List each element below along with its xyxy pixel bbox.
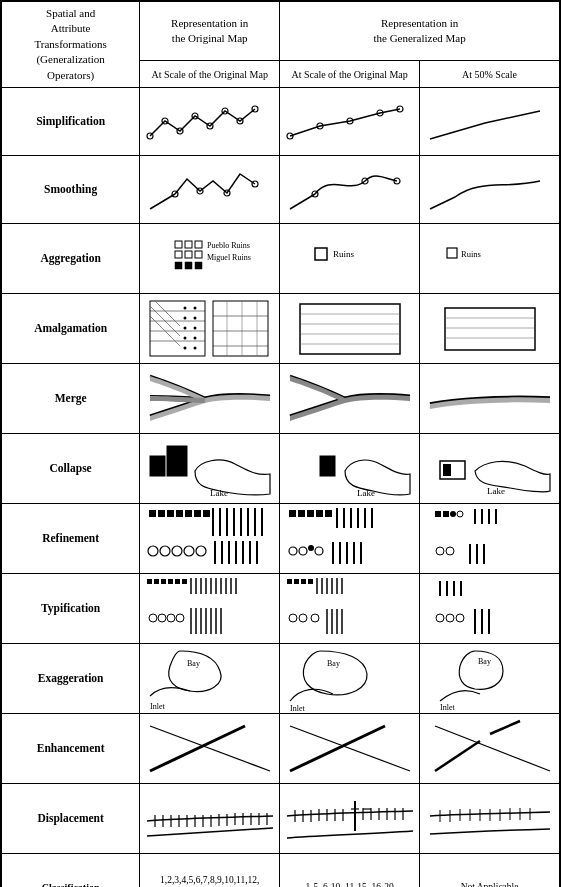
svg-point-50	[193, 316, 196, 319]
svg-point-49	[183, 316, 186, 319]
svg-point-100	[160, 546, 170, 556]
svg-line-207	[290, 726, 410, 771]
col-header-operators: Spatial andAttributeTransformations(Gene…	[2, 2, 140, 88]
svg-point-53	[183, 336, 186, 339]
svg-text:Miguel Ruins: Miguel Ruins	[207, 253, 251, 262]
svg-rect-33	[315, 248, 327, 260]
row-simplification: Simplification	[2, 87, 560, 155]
svg-rect-146	[161, 579, 166, 584]
cell-smoothing-gen-orig	[280, 155, 420, 223]
svg-point-101	[172, 546, 182, 556]
classification-orig-text: 1,2,3,4,5,6,7,8,9,10,11,12, 13,14,15,16,…	[160, 875, 259, 887]
cell-aggregation-gen-50: Ruins	[420, 223, 560, 293]
svg-text:Inlet: Inlet	[150, 702, 165, 711]
row-enhancement: Enhancement	[2, 713, 560, 783]
cell-displacement-orig	[140, 783, 280, 853]
classification-gen-50-text: Not Applicable	[461, 882, 519, 887]
label-classification: Classification	[2, 853, 140, 887]
svg-text:Ruins: Ruins	[333, 249, 355, 259]
svg-point-122	[289, 547, 297, 555]
svg-rect-72	[445, 308, 535, 350]
svg-rect-24	[195, 241, 202, 248]
label-amalgamation: Amalgamation	[2, 293, 140, 363]
generalization-table: Spatial andAttributeTransformations(Gene…	[0, 0, 561, 887]
svg-rect-132	[443, 511, 449, 517]
svg-line-206	[290, 726, 385, 771]
svg-rect-149	[182, 579, 187, 584]
svg-rect-71	[445, 308, 535, 350]
svg-rect-115	[325, 510, 332, 517]
svg-line-204	[150, 726, 245, 771]
row-typification: Typification	[2, 573, 560, 643]
svg-rect-88	[185, 510, 192, 517]
svg-point-182	[299, 614, 307, 622]
svg-rect-58	[213, 301, 268, 356]
cell-displacement-gen-50	[420, 783, 560, 853]
svg-point-55	[183, 346, 186, 349]
cell-smoothing-gen-50	[420, 155, 560, 223]
sub-header-original-scale-gen: At Scale of the Original Map	[280, 61, 420, 88]
cell-classification-gen-orig: 1-5, 6-10, 11-15, 16-20	[280, 853, 420, 887]
cell-collapse-gen-orig: Lake	[280, 433, 420, 503]
svg-rect-173	[301, 579, 306, 584]
row-aggregation: Aggregation Pueblo Ruins Miguel Ru	[2, 223, 560, 293]
row-smoothing: Smoothing	[2, 155, 560, 223]
svg-rect-148	[175, 579, 180, 584]
svg-rect-114	[316, 510, 323, 517]
svg-text:Bay: Bay	[327, 659, 340, 668]
cell-collapse-gen-50: Lake	[420, 433, 560, 503]
cell-typification-gen-orig	[280, 573, 420, 643]
cell-classification-orig: 1,2,3,4,5,6,7,8,9,10,11,12, 13,14,15,16,…	[140, 853, 280, 887]
row-displacement: Displacement	[2, 783, 560, 853]
svg-line-44	[145, 301, 195, 351]
svg-rect-42	[150, 301, 180, 356]
svg-point-99	[148, 546, 158, 556]
svg-point-140	[446, 547, 454, 555]
svg-rect-82	[443, 464, 451, 476]
svg-rect-87	[176, 510, 183, 517]
svg-point-162	[167, 614, 175, 622]
row-merge: Merge	[2, 363, 560, 433]
svg-point-193	[446, 614, 454, 622]
svg-rect-27	[195, 251, 202, 258]
svg-rect-145	[154, 579, 159, 584]
row-classification: Classification 1,2,3,4,5,6,7,8,9,10,11,1…	[2, 853, 560, 887]
label-collapse: Collapse	[2, 433, 140, 503]
row-collapse: Collapse Lake	[2, 433, 560, 503]
svg-text:Pueblo Ruins: Pueblo Ruins	[207, 241, 250, 250]
svg-rect-147	[168, 579, 173, 584]
sub-header-50-scale: At 50% Scale	[420, 61, 560, 88]
cell-simplification-orig	[140, 87, 280, 155]
svg-point-123	[299, 547, 307, 555]
svg-rect-84	[149, 510, 156, 517]
svg-point-51	[183, 326, 186, 329]
cell-exaggeration-orig: Bay Inlet	[140, 643, 280, 713]
col-header-generalized: Representation inthe Generalized Map	[280, 2, 560, 61]
cell-refinement-gen-50	[420, 503, 560, 573]
svg-text:Lake: Lake	[487, 486, 505, 496]
svg-point-125	[315, 547, 323, 555]
cell-displacement-gen-orig	[280, 783, 420, 853]
svg-rect-30	[175, 262, 182, 269]
svg-text:Lake: Lake	[210, 488, 228, 498]
label-simplification: Simplification	[2, 87, 140, 155]
svg-point-52	[193, 326, 196, 329]
svg-rect-113	[307, 510, 314, 517]
svg-rect-25	[175, 251, 182, 258]
svg-rect-66	[300, 304, 400, 354]
svg-text:Lake: Lake	[357, 488, 375, 498]
cell-enhancement-orig	[140, 713, 280, 783]
cell-merge-gen-orig	[280, 363, 420, 433]
svg-line-208	[435, 741, 480, 771]
cell-typification-orig	[140, 573, 280, 643]
svg-point-54	[193, 336, 196, 339]
label-typification: Typification	[2, 573, 140, 643]
label-enhancement: Enhancement	[2, 713, 140, 783]
cell-refinement-gen-orig	[280, 503, 420, 573]
svg-point-134	[457, 511, 463, 517]
cell-amalgamation-gen-50	[420, 293, 560, 363]
svg-point-139	[436, 547, 444, 555]
svg-text:Bay: Bay	[187, 659, 200, 668]
row-exaggeration: Exaggeration Bay Inlet	[2, 643, 560, 713]
svg-rect-37	[150, 301, 205, 356]
